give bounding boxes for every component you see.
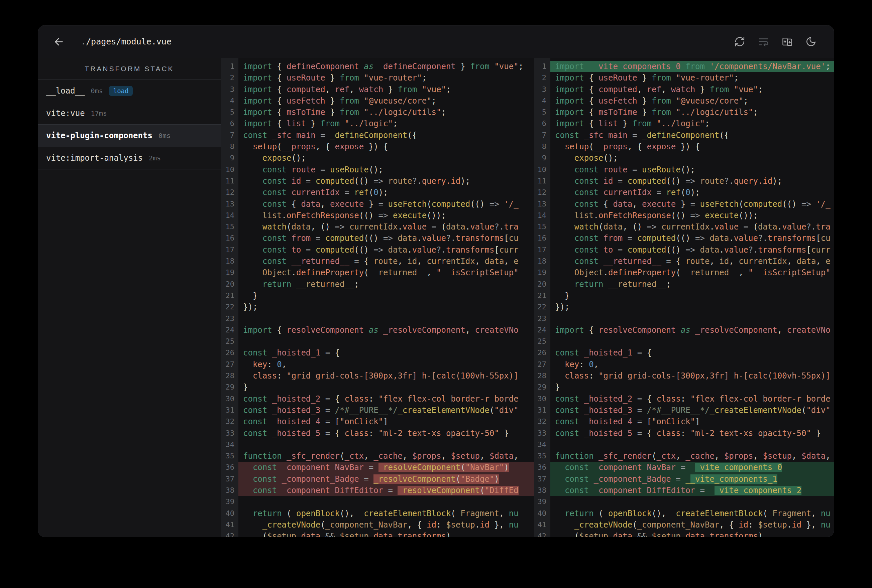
code-line: const to = computed(() => data.value?.tr… (550, 244, 834, 256)
line-number: 15 (534, 221, 550, 232)
line-number: 40 (534, 508, 550, 519)
line-number: 5 (221, 106, 238, 118)
code-line (550, 439, 834, 450)
code-line: return (_openBlock(), _createElementBloc… (238, 508, 534, 519)
title-path: /pages/module.vue (86, 37, 171, 46)
code-line: const to = computed(() => data.value?.tr… (238, 244, 534, 256)
line-number: 35 (221, 450, 238, 462)
code-line: const _component_NavBar = __vite_compone… (550, 462, 834, 473)
dark-mode-icon[interactable] (806, 36, 816, 47)
code-line: import { list } from "../logic"; (238, 118, 534, 129)
line-number: 1 (221, 61, 238, 72)
code-line (238, 313, 534, 324)
code-line: import __vite_components_0 from '/compon… (550, 61, 834, 72)
back-button[interactable] (53, 36, 65, 48)
line-number: 32 (534, 416, 550, 427)
sidebar-item--load-[interactable]: __load__0msload (38, 80, 221, 102)
code-line: import { useFetch } from "@vueuse/core"; (550, 95, 834, 106)
line-number: 8 (221, 141, 238, 152)
line-number: 41 (221, 519, 238, 531)
code-line: class: "grid grid-cols-[300px,3fr] h-[ca… (238, 370, 534, 381)
code-line: } (550, 381, 834, 393)
title-dot: . (81, 37, 86, 46)
line-number: 16 (534, 232, 550, 244)
code-line: import { defineComponent as _defineCompo… (238, 61, 534, 72)
line-number: 31 (534, 405, 550, 416)
line-number: 36 (534, 462, 550, 473)
code-line: Object.defineProperty(__returned__, "__i… (238, 267, 534, 278)
split-diff-icon[interactable] (782, 36, 793, 47)
code-line: expose(); (238, 152, 534, 164)
line-number: 29 (221, 381, 238, 393)
plugin-time: 2ms (149, 154, 161, 162)
sidebar-title: TRANSFORM STACK (38, 58, 221, 80)
line-number: 36 (221, 462, 238, 473)
header-actions (734, 36, 816, 47)
line-number: 30 (221, 393, 238, 405)
plugin-name: __load__ (46, 86, 85, 96)
sidebar-item-vite-plugin-components[interactable]: vite-plugin-components0ms (38, 124, 221, 147)
line-number: 20 (534, 279, 550, 290)
line-number: 3 (221, 84, 238, 95)
code-line: const id = computed(() => route?.query.i… (238, 176, 534, 187)
diff-pane-transformed[interactable]: 1234567891011121314151617181920212223242… (534, 58, 834, 537)
line-number: 31 (221, 405, 238, 416)
line-number: 10 (534, 164, 550, 176)
line-number: 25 (534, 336, 550, 347)
line-number: 11 (221, 176, 238, 187)
code-line: const from = computed(() => data.value?.… (238, 232, 534, 244)
code-line: _createVNode(_component_NavBar, { id: $s… (550, 519, 834, 531)
code-line: watch(data, () => currentIdx.value = (da… (238, 221, 534, 232)
plugin-name: vite:vue (46, 109, 85, 118)
code-line: import { computed, ref, watch } from "vu… (238, 84, 534, 95)
line-number: 26 (221, 347, 238, 358)
line-number: 30 (534, 393, 550, 405)
line-number: 4 (221, 95, 238, 106)
diff-pane-original[interactable]: 1234567891011121314151617181920212223242… (221, 58, 534, 537)
line-number: 28 (221, 370, 238, 381)
code-line: const _hoisted_4 = ["onClick"] (238, 416, 534, 427)
inspector-window: ./pages/module.vue (38, 25, 834, 537)
line-number: 9 (534, 152, 550, 164)
line-number: 5 (534, 106, 550, 118)
line-number: 4 (534, 95, 550, 106)
code-line: ($setup.data && $setup.data.transforms) (238, 531, 534, 537)
line-number: 18 (534, 256, 550, 267)
line-number: 28 (534, 370, 550, 381)
code-line: import { resolveComponent as _resolveCom… (238, 324, 534, 336)
line-number: 34 (534, 439, 550, 450)
code-line: setup(__props, { expose }) { (550, 141, 834, 152)
line-number: 3 (534, 84, 550, 95)
code-line: const _sfc_main = _defineComponent({ (550, 130, 834, 141)
code-line: function _sfc_render(_ctx, _cache, $prop… (238, 450, 534, 462)
code-line: import { useRoute } from "vue-router"; (238, 72, 534, 84)
refresh-icon[interactable] (734, 36, 745, 47)
code-line: const _hoisted_3 = /*#__PURE__*/_createE… (550, 405, 834, 416)
code-line: const _hoisted_2 = { class: "flex flex-c… (238, 393, 534, 405)
code-line: const currentIdx = ref(0); (550, 187, 834, 198)
code-line: import { useFetch } from "@vueuse/core"; (238, 95, 534, 106)
line-number: 19 (221, 267, 238, 278)
wrap-lines-icon[interactable] (758, 36, 769, 47)
line-number: 15 (221, 221, 238, 232)
code-line: const _component_Badge = _resolveCompone… (238, 473, 534, 485)
transform-stack-list: __load__0msloadvite:vue17msvite-plugin-c… (38, 80, 221, 170)
code-original: import { defineComponent as _defineCompo… (238, 58, 534, 537)
line-number: 2 (534, 72, 550, 84)
line-number: 12 (221, 187, 238, 198)
code-line: const { data, execute } = useFetch(compu… (550, 198, 834, 210)
code-line: }); (238, 302, 534, 313)
sidebar-item-vite-vue[interactable]: vite:vue17ms (38, 102, 221, 124)
plugin-time: 0ms (158, 132, 170, 140)
line-number: 34 (221, 439, 238, 450)
code-line: const _component_Badge = __vite_componen… (550, 473, 834, 485)
line-number: 22 (534, 302, 550, 313)
code-line: list.onFetchResponse(() => execute()); (550, 210, 834, 221)
line-number: 2 (221, 72, 238, 84)
line-number: 41 (534, 519, 550, 531)
line-number: 7 (221, 130, 238, 141)
code-line: const _sfc_main = _defineComponent({ (238, 130, 534, 141)
sidebar-item-vite-import-analysis[interactable]: vite:import-analysis2ms (38, 147, 221, 170)
code-line: }); (550, 302, 834, 313)
code-line: const _hoisted_1 = { (238, 347, 534, 358)
